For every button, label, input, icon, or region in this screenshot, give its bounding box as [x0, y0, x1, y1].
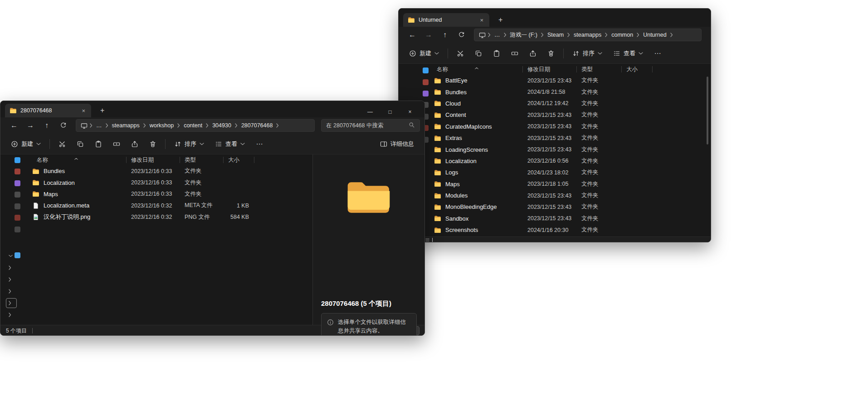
- breadcrumb-item-ellipsis[interactable]: …: [491, 32, 503, 38]
- sidebar-item-icon[interactable]: [15, 157, 20, 163]
- refresh-button[interactable]: [56, 119, 70, 132]
- column-header-type[interactable]: 类型: [180, 155, 224, 164]
- chevron-right-icon[interactable]: [9, 265, 13, 270]
- file-row[interactable]: CuratedMapIcons2023/12/15 23:43文件夹: [430, 121, 711, 132]
- close-button[interactable]: ×: [400, 104, 420, 120]
- column-header-size[interactable]: 大小: [224, 155, 254, 164]
- tab-unturned[interactable]: Unturned ×: [403, 13, 489, 27]
- file-row[interactable]: Logs2024/1/23 18:02文件夹: [430, 167, 711, 178]
- file-row[interactable]: Modules2023/12/15 23:43文件夹: [430, 190, 711, 201]
- file-row[interactable]: 汉化补丁说明.png 2023/12/16 0:32PNG 文件584 KB: [26, 212, 312, 223]
- file-row[interactable]: Localization.meta 2023/12/16 0:32META 文件…: [26, 200, 312, 211]
- breadcrumb-item-steamapps[interactable]: steamapps: [571, 32, 605, 38]
- vertical-scrollbar[interactable]: [707, 77, 708, 145]
- paste-button[interactable]: [489, 46, 504, 61]
- breadcrumb-item-unturned[interactable]: Unturned: [640, 32, 669, 38]
- breadcrumb-item-steam[interactable]: Steam: [544, 32, 567, 38]
- paste-button[interactable]: [91, 137, 106, 151]
- chevron-down-icon[interactable]: [9, 254, 13, 258]
- up-button[interactable]: ↑: [438, 29, 452, 41]
- chevron-right-icon[interactable]: [9, 313, 13, 317]
- tab-2807076468[interactable]: 2807076468 ×: [5, 104, 91, 117]
- sidebar-item-icon[interactable]: [423, 91, 429, 96]
- breadcrumb-item-content[interactable]: content: [180, 122, 205, 129]
- this-pc-icon[interactable]: [15, 252, 20, 258]
- file-row[interactable]: Localization 2023/12/16 0:33文件夹: [26, 177, 312, 188]
- breadcrumb-item-common[interactable]: common: [608, 32, 636, 38]
- view-button[interactable]: 查看: [211, 137, 249, 151]
- back-button[interactable]: ←: [7, 119, 21, 132]
- view-button[interactable]: 查看: [609, 47, 647, 60]
- file-row[interactable]: LoadingScreens2023/12/15 23:43文件夹: [430, 144, 711, 155]
- folder-icon: [434, 180, 441, 188]
- chevron-right-icon[interactable]: [9, 277, 13, 282]
- this-pc-icon: [479, 32, 486, 39]
- breadcrumb-item-drive[interactable]: 游戏一 (F:): [507, 31, 541, 39]
- file-row[interactable]: Screenshots2024/1/16 20:30文件夹: [430, 224, 711, 236]
- breadcrumb-item-steamapps[interactable]: steamapps: [109, 122, 143, 129]
- file-row[interactable]: Bundles 2023/12/16 0:33文件夹: [26, 165, 312, 177]
- delete-button[interactable]: [543, 46, 559, 61]
- column-header-name[interactable]: 名称: [26, 155, 127, 164]
- sidebar-item-icon[interactable]: [15, 215, 20, 221]
- more-button[interactable]: ⋯: [650, 46, 665, 61]
- column-header-date[interactable]: 修改日期: [127, 155, 180, 164]
- new-tab-button[interactable]: +: [98, 106, 107, 115]
- sidebar-item-icon[interactable]: [15, 192, 20, 198]
- new-button[interactable]: 新建: [7, 137, 45, 151]
- column-header-type[interactable]: 类型: [577, 65, 622, 74]
- breadcrumb-item-2807076468[interactable]: 2807076468: [238, 122, 276, 129]
- copy-button[interactable]: [471, 46, 486, 61]
- cut-button[interactable]: [54, 137, 70, 151]
- sort-button[interactable]: 排序: [568, 47, 606, 60]
- delete-button[interactable]: [145, 137, 161, 151]
- sidebar-item-icon[interactable]: [423, 79, 429, 85]
- chevron-right-icon[interactable]: [9, 301, 13, 305]
- forward-button[interactable]: →: [23, 119, 38, 132]
- sidebar-item-icon[interactable]: [423, 68, 429, 73]
- refresh-button[interactable]: [454, 29, 468, 41]
- chevron-right-icon[interactable]: [9, 289, 13, 294]
- file-row[interactable]: MonoBleedingEdge2023/12/15 23:43文件夹: [430, 201, 711, 212]
- breadcrumb-item-304930[interactable]: 304930: [209, 122, 234, 129]
- up-button[interactable]: ↑: [39, 119, 54, 132]
- file-row[interactable]: Maps2023/12/18 1:05文件夹: [430, 178, 711, 190]
- folder-icon: [434, 77, 441, 84]
- rename-button[interactable]: [109, 137, 124, 151]
- breadcrumb-item-ellipsis[interactable]: …: [93, 122, 105, 129]
- file-row[interactable]: Content2023/12/15 23:43文件夹: [430, 109, 711, 121]
- file-row[interactable]: Maps 2023/12/16 0:33文件夹: [26, 188, 312, 200]
- column-header-name[interactable]: 名称: [430, 65, 523, 74]
- file-row[interactable]: Sandbox2023/12/15 23:43文件夹: [430, 213, 711, 224]
- new-tab-button[interactable]: +: [496, 16, 505, 24]
- file-row[interactable]: BattlEye2023/12/15 23:43文件夹: [430, 75, 711, 86]
- cut-button[interactable]: [453, 46, 468, 61]
- file-row[interactable]: Extras2023/12/15 23:43文件夹: [430, 132, 711, 144]
- tab-close-icon[interactable]: ×: [478, 17, 485, 24]
- back-button[interactable]: ←: [405, 29, 419, 41]
- new-button[interactable]: 新建: [405, 47, 443, 60]
- sort-button[interactable]: 排序: [170, 137, 208, 151]
- rename-button[interactable]: [507, 46, 522, 61]
- sidebar-item-icon[interactable]: [15, 203, 20, 209]
- sidebar-item-icon[interactable]: [15, 169, 20, 174]
- maximize-button[interactable]: □: [380, 104, 400, 120]
- folder-icon: [408, 16, 415, 24]
- tab-close-icon[interactable]: ×: [80, 107, 87, 114]
- minimize-button[interactable]: —: [360, 104, 380, 120]
- forward-button[interactable]: →: [421, 29, 436, 41]
- more-button[interactable]: ⋯: [252, 137, 267, 151]
- details-pane-button[interactable]: 详细信息: [376, 137, 418, 151]
- file-row[interactable]: Cloud2024/1/12 19:42文件夹: [430, 98, 711, 109]
- column-header-size[interactable]: 大小: [622, 65, 653, 74]
- file-row[interactable]: Localization2023/12/16 0:56文件夹: [430, 155, 711, 167]
- copy-button[interactable]: [73, 137, 88, 151]
- share-button[interactable]: [525, 46, 541, 61]
- share-button[interactable]: [127, 137, 142, 151]
- sidebar-item-icon[interactable]: [15, 227, 20, 232]
- search-input[interactable]: 在 2807076468 中搜索: [321, 119, 420, 132]
- breadcrumb-item-workshop[interactable]: workshop: [146, 122, 177, 129]
- column-header-date[interactable]: 修改日期: [523, 65, 577, 74]
- sidebar-item-icon[interactable]: [15, 180, 20, 186]
- file-row[interactable]: Bundles2024/1/8 21:58文件夹: [430, 86, 711, 97]
